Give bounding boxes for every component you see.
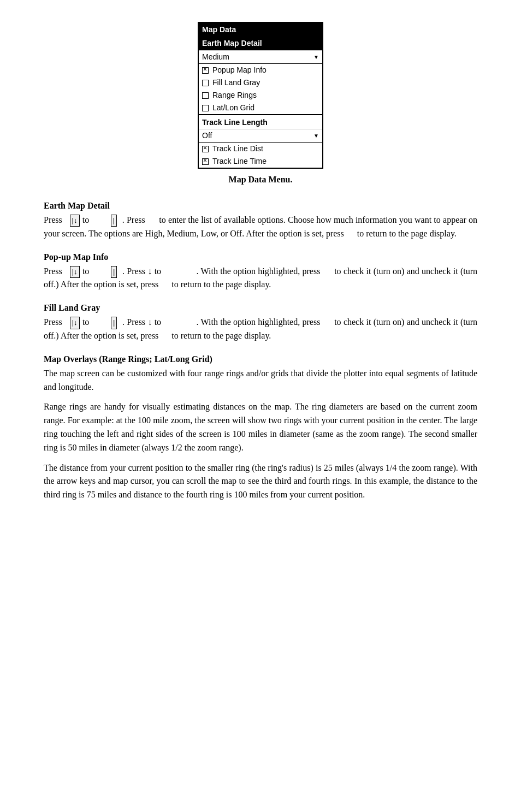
key-pipe2-icon: | (111, 266, 117, 278)
dropdown-arrow-icon: ▼ (313, 53, 319, 61)
dropdown-label: Medium (202, 51, 229, 63)
menu-dropdown-medium: Medium ▼ (199, 50, 322, 63)
heading-map-overlays: Map Overlays (Range Rings; Lat/Long Grid… (44, 353, 477, 366)
key-down3-icon: |↓ (70, 317, 80, 329)
para-overlays-3: The distance from your current position … (44, 461, 477, 502)
key-down2-icon: |↓ (70, 266, 80, 278)
menu-item-popup: Popup Map Info (212, 64, 267, 76)
checkbox-track-time-icon (202, 158, 209, 165)
menu-box: Map Data Earth Map Detail Medium ▼ Popup… (198, 22, 323, 169)
menu-caption: Map Data Menu. (229, 173, 293, 186)
menu-item-track-time: Track Line Time (212, 156, 267, 167)
checkbox-range-icon (202, 92, 209, 99)
menu-row-track-dist: Track Line Dist (199, 142, 322, 155)
menu-row-latlon: Lat/Lon Grid (199, 102, 322, 114)
checkbox-popup-checked-icon (202, 67, 209, 74)
checkbox-fill-icon (202, 80, 209, 86)
heading-earth-map-detail: Earth Map Detail (44, 199, 477, 212)
key-pipe3-icon: | (111, 317, 117, 329)
key-down-icon: |↓ (70, 215, 80, 227)
para-overlays-1: The map screen can be customized with fo… (44, 367, 477, 394)
menu-item-range: Range Rings (212, 90, 257, 101)
track-dropdown-label: Off (202, 130, 212, 141)
menu-row-range: Range Rings (199, 89, 322, 102)
body-fill-land-gray: Press |↓ to | . Press ↓ to . With the op… (44, 316, 477, 343)
body-popup-map-info: Press |↓ to | . Press ↓ to . With the op… (44, 265, 477, 292)
heading-popup-map-info: Pop-up Map Info (44, 251, 477, 264)
menu-highlighted-item: Earth Map Detail (199, 37, 322, 50)
menu-row-popup: Popup Map Info (199, 63, 322, 76)
section-earth-map-detail: Earth Map Detail Press |↓ to | . Press t… (44, 199, 477, 241)
menu-row-fill: Fill Land Gray (199, 76, 322, 89)
key-pipe-icon: | (111, 215, 117, 227)
page-container: Map Data Earth Map Detail Medium ▼ Popup… (44, 22, 477, 518)
body-earth-map-detail: Press |↓ to | . Press to enter the list … (44, 214, 477, 241)
menu-item-track-dist: Track Line Dist (212, 143, 263, 155)
menu-dropdown-off: Off ▼ (199, 129, 322, 142)
menu-item-fill: Fill Land Gray (212, 77, 260, 88)
section-popup-map-info: Pop-up Map Info Press |↓ to | . Press ↓ … (44, 251, 477, 292)
section-map-overlays: Map Overlays (Range Rings; Lat/Long Grid… (44, 353, 477, 508)
para-overlays-2: Range rings are handy for visually estim… (44, 400, 477, 454)
heading-fill-land-gray: Fill Land Gray (44, 301, 477, 315)
menu-title-bar: Map Data (199, 23, 322, 37)
checkbox-latlon-icon (202, 105, 209, 111)
body-map-overlays: The map screen can be customized with fo… (44, 367, 477, 502)
menu-diagram-wrapper: Map Data Earth Map Detail Medium ▼ Popup… (44, 22, 477, 186)
track-dropdown-arrow-icon: ▼ (313, 132, 319, 140)
section-fill-land-gray: Fill Land Gray Press |↓ to | . Press ↓ t… (44, 301, 477, 343)
checkbox-track-dist-icon (202, 146, 209, 152)
menu-row-track-time: Track Line Time (199, 155, 322, 168)
menu-item-latlon: Lat/Lon Grid (212, 102, 254, 114)
track-section-label: Track Line Length (199, 114, 322, 129)
